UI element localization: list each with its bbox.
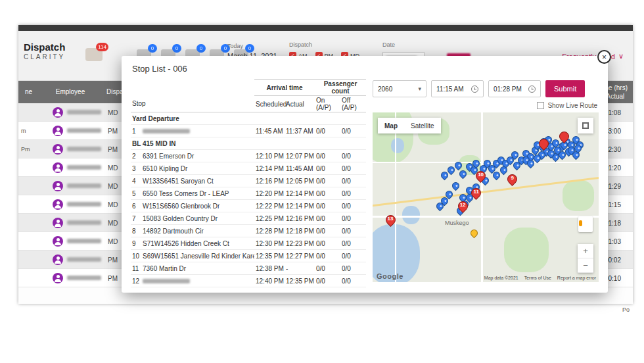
marker-number: 9 [507,175,517,181]
end-time-input[interactable]: 01:28 PM [488,80,541,97]
brand-name: Dispatch [24,41,65,53]
report-link[interactable]: Report a map error [557,276,596,280]
stop-number: 1 [131,125,141,137]
on-count: 0/0 [315,212,340,225]
marker-number: 13 [386,216,396,222]
employee-avatar-icon [53,144,63,155]
redacted-employee-name [67,202,101,206]
empty-cell [285,137,315,150]
map-canvas[interactable]: Muskego Map Satellite + − G [373,112,599,282]
actual-time: 12:14 PM [285,187,315,200]
on-count: 0/0 [315,200,340,212]
stop-row[interactable]: 117360 Martin Dr12:38 PM-0/00/0 [131,262,366,275]
empty-cell [315,112,340,125]
start-time-input[interactable]: 11:15 AM [431,80,484,97]
scheduled-time: 11:45 AM [254,125,285,137]
employee-avatar-icon [53,181,63,191]
zoom-in-button[interactable]: + [578,244,593,258]
fullscreen-button[interactable] [578,118,593,133]
actual-column-header: Actual [285,96,315,112]
map-park [504,228,549,272]
stop-name: W133S6451 Saroyan Ct [141,175,254,187]
stop-row[interactable]: 6W151S6560 Glenbrook Dr12:22 PM12:14 PM0… [131,200,366,212]
shift-partial-text: m [21,128,26,134]
employee-avatar-icon [53,126,63,136]
window-titlebar [18,25,633,31]
route-panel: 2060 ▾ 11:15 AM 01:28 PM Submit Sh [373,79,599,287]
scheduled-time: 12:20 PM [254,187,285,200]
scheduled-time: 12:28 PM [254,225,285,237]
stop-row[interactable]: 9S71W14526 Hidden Creek Ct12:30 PM12:23 … [131,237,366,250]
satellite-type-button[interactable]: Satellite [404,118,441,133]
map-type-control: Map Satellite [378,118,441,133]
stop-name [141,125,254,137]
scheduled-time: 12:30 PM [254,237,285,250]
stop-row[interactable]: 36510 Kipling Dr12:14 PM11:45 AM0/00/0 [131,162,366,175]
dispatch-value: MD [108,164,118,172]
show-live-route-row: Show Live Route [373,102,597,109]
dispatch-value: MD [108,201,118,208]
stop-list-modal: × Stop List - 006 Arrival time Passenger… [122,56,608,293]
off-count: 0/0 [340,200,366,212]
actual-time: 12:35 PM [285,275,315,287]
stop-row[interactable]: 10S69W15651 Janesville Rd Kinder Kare12:… [131,250,366,262]
stop-row[interactable]: 4W133S6451 Saroyan Ct12:16 PM12:05 PM0/0… [131,175,366,187]
close-button[interactable]: × [597,50,611,64]
stop-row[interactable]: 715083 Golden Country Dr12:25 PM12:16 PM… [131,212,366,225]
empty-cell [254,112,285,125]
stop-row[interactable]: 814892 Dartmouth Cir12:28 PM12:18 PM0/00… [131,225,366,237]
footer-partial-text: Po [622,306,630,313]
marker-shape [451,180,461,191]
off-count: 0/0 [340,162,366,175]
stop-name: S71W14526 Hidden Creek Ct [141,237,254,250]
on-count: 0/0 [315,275,340,287]
stop-row[interactable]: 111:45 AM11:37 AM0/00/0 [131,125,366,137]
scheduled-time: 12:38 PM [254,262,285,275]
marker-number: 12 [458,202,468,208]
stop-number: 4 [131,175,141,187]
stop-table-group-header-row: Arrival time Passenger count [131,80,366,96]
scheduled-time: 12:35 PM [254,250,285,262]
count-badge: 0 [148,44,157,53]
column-header-employee: Employee [48,88,93,95]
arrival-time-group-header: Arrival time [254,80,315,96]
notifications-icon[interactable]: 114 [85,48,103,61]
on-count: 0/0 [315,250,340,262]
marker-shape [469,228,480,239]
stop-row[interactable]: 1212:40 PM12:35 PM0/00/0 [131,275,366,287]
count-badge: 0 [196,44,206,53]
stop-row[interactable]: 26391 Emerson Dr12:10 PM12:07 PM0/00/0 [131,150,366,162]
map-park [563,180,594,210]
terms-link[interactable]: Terms of Use [524,276,551,280]
redacted-stop-name [143,279,190,283]
dispatch-filter-label: Dispatch [289,41,359,48]
dispatch-value: MD [108,238,118,245]
actual-time: 12:07 PM [285,150,315,162]
group-header-spacer [131,80,254,96]
on-count: 0/0 [315,150,340,162]
empty-cell [340,137,366,150]
route-select[interactable]: 2060 ▾ [373,80,426,97]
redacted-stop-name [143,129,190,133]
employee-avatar-icon [53,273,63,283]
zoom-out-button[interactable]: − [578,258,593,273]
empty-cell [340,112,366,125]
zoom-control: + − [578,244,593,273]
actual-time: 12:23 PM [285,237,315,250]
stop-row[interactable]: 56550 Tess Corners Dr - LEAP12:20 PM12:1… [131,187,366,200]
on-count: 0/0 [315,125,340,137]
off-count: 0/0 [340,250,366,262]
empty-cell [315,137,340,150]
show-live-route-checkbox[interactable] [537,102,544,109]
stop-number: 11 [131,262,141,275]
stop-column-header: Stop [131,96,254,112]
map-type-button[interactable]: Map [378,118,404,133]
stop-number: 9 [131,237,141,250]
pegman-control[interactable] [578,216,593,232]
brand-subname: CLARITY [24,53,65,60]
stop-section-row: BL 415 MID IN [131,137,366,150]
google-logo: Google [377,272,403,280]
employee-avatar-icon [53,254,63,265]
passenger-count-group-header: Passenger count [315,80,366,96]
submit-button[interactable]: Submit [545,80,585,97]
